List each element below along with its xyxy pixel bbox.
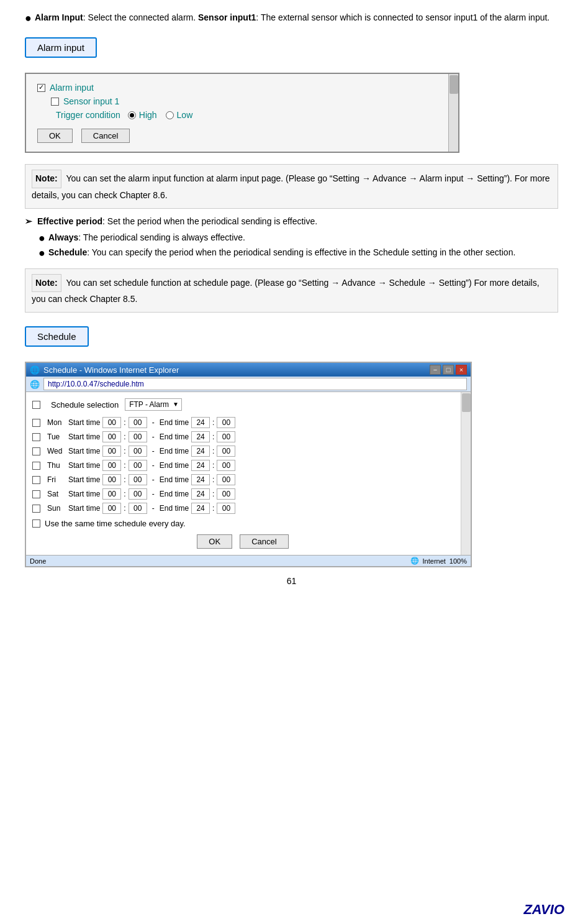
start-min-thu[interactable] (129, 460, 147, 471)
ie-schedule-window: 🌐 Schedule - Windows Internet Explorer −… (25, 362, 472, 567)
low-radio-button[interactable] (166, 111, 174, 119)
end-hour-thu[interactable] (191, 460, 210, 471)
sensor-input1-label: Sensor input1 (198, 12, 256, 22)
ie-titlebar: 🌐 Schedule - Windows Internet Explorer −… (26, 363, 471, 377)
dialog-scrollbar[interactable] (448, 74, 458, 152)
start-hour-tue[interactable] (102, 431, 121, 442)
ie-ok-button[interactable]: OK (197, 534, 232, 549)
high-radio[interactable]: High (128, 110, 157, 120)
schedule-day-row: Tue Start time : - End time : (32, 431, 453, 442)
schedule-day-rows: Mon Start time : - End time : Tue Start … (32, 417, 453, 514)
start-min-mon[interactable] (129, 417, 147, 428)
start-time-label-mon: Start time (68, 418, 100, 427)
sensor-input1-checkbox[interactable] (51, 98, 59, 106)
end-min-mon[interactable] (217, 417, 235, 428)
end-hour-fri[interactable] (191, 474, 210, 485)
day-checkbox-fri[interactable] (32, 476, 40, 484)
trigger-condition-row: Trigger condition High Low (56, 110, 436, 120)
day-label-wed: Wed (47, 447, 66, 455)
high-radio-button[interactable] (128, 111, 136, 119)
start-hour-mon[interactable] (102, 417, 121, 428)
effective-period-label: Effective period (37, 216, 102, 226)
day-checkbox-sun[interactable] (32, 505, 40, 513)
trigger-condition-label: Trigger condition (56, 110, 120, 120)
note1-text: You can set the alarm input function at … (32, 173, 550, 200)
alarm-input-checkbox[interactable] (37, 84, 45, 92)
end-time-label-tue: End time (160, 432, 189, 441)
schedule-day-row: Fri Start time : - End time : (32, 474, 453, 485)
alarm-input-text: Alarm Input: Select the connected alarm.… (35, 12, 549, 24)
ie-content: Schedule selection FTP - Alarm ▼ Mon Sta… (26, 392, 471, 555)
day-checkbox-thu[interactable] (32, 462, 40, 470)
end-hour-mon[interactable] (191, 417, 210, 428)
end-hour-tue[interactable] (191, 431, 210, 442)
day-checkbox-sat[interactable] (32, 490, 40, 498)
alarm-input-checkbox-row[interactable]: Alarm input (37, 83, 436, 93)
ie-internet-icon: 🌐 (410, 557, 419, 565)
dash-fri: - (152, 475, 155, 484)
always-label: Always (48, 232, 78, 242)
start-min-fri[interactable] (129, 474, 147, 485)
schedule-button[interactable]: Schedule (25, 326, 89, 347)
alarm-input-label: Alarm Input (35, 12, 83, 22)
ie-scrollbar[interactable] (461, 392, 471, 555)
start-time-label-tue: Start time (68, 432, 100, 441)
schedule-bullet: ● Schedule: You can specify the period w… (38, 247, 558, 258)
start-hour-wed[interactable] (102, 446, 121, 457)
start-hour-sat[interactable] (102, 488, 121, 500)
alarm-input-section: ● Alarm Input: Select the connected alar… (25, 12, 558, 24)
end-min-fri[interactable] (217, 474, 235, 485)
sensor-input1-dialog-label: Sensor input 1 (63, 96, 119, 106)
start-time-label-wed: Start time (68, 447, 100, 455)
end-min-sun[interactable] (217, 503, 235, 514)
end-hour-sun[interactable] (191, 503, 210, 514)
schedule-day-row: Sat Start time : - End time : (32, 488, 453, 500)
end-min-sat[interactable] (217, 488, 235, 500)
schedule-dropdown[interactable]: FTP - Alarm ▼ (125, 398, 182, 411)
schedule-day-row: Sun Start time : - End time : (32, 503, 453, 514)
ie-maximize-button[interactable]: □ (443, 365, 454, 375)
start-min-wed[interactable] (129, 446, 147, 457)
end-min-tue[interactable] (217, 431, 235, 442)
note1-box: Note: You can set the alarm input functi… (25, 164, 558, 209)
end-hour-wed[interactable] (191, 446, 210, 457)
end-min-thu[interactable] (217, 460, 235, 471)
day-checkbox-tue[interactable] (32, 433, 40, 441)
schedule-day-row: Mon Start time : - End time : (32, 417, 453, 428)
scroll-thumb (450, 75, 458, 94)
start-min-sat[interactable] (129, 488, 147, 500)
start-min-tue[interactable] (129, 431, 147, 442)
schedule-selection-checkbox[interactable] (32, 401, 40, 409)
end-min-wed[interactable] (217, 446, 235, 457)
start-time-label-sat: Start time (68, 490, 100, 498)
colon1-sun: : (124, 504, 125, 513)
start-hour-sun[interactable] (102, 503, 121, 514)
ie-address-input[interactable]: http://10.0.0.47/schedule.htm (43, 378, 467, 390)
alarm-ok-button[interactable]: OK (37, 129, 73, 143)
day-checkbox-wed[interactable] (32, 447, 40, 455)
ie-titlebar-left: 🌐 Schedule - Windows Internet Explorer (30, 365, 179, 375)
high-label: High (139, 110, 157, 120)
alarm-input-button[interactable]: Alarm input (25, 37, 97, 58)
ie-minimize-button[interactable]: − (430, 365, 441, 375)
end-hour-sat[interactable] (191, 488, 210, 500)
start-hour-thu[interactable] (102, 460, 121, 471)
colon2-thu: : (212, 461, 214, 470)
day-checkbox-mon[interactable] (32, 419, 40, 427)
day-label-fri: Fri (47, 475, 66, 484)
colon1-mon: : (124, 418, 125, 427)
alarm-input-bullet: ● Alarm Input: Select the connected alar… (25, 12, 558, 24)
low-label: Low (177, 110, 193, 120)
note2-text: You can set schedule function at schedul… (32, 278, 540, 304)
effective-period-text: Effective period: Set the period when th… (37, 216, 317, 226)
low-radio[interactable]: Low (166, 110, 193, 120)
ie-close-button[interactable]: × (456, 365, 467, 375)
ie-cancel-button[interactable]: Cancel (240, 534, 288, 549)
start-min-sun[interactable] (129, 503, 147, 514)
alarm-cancel-button[interactable]: Cancel (81, 129, 130, 143)
same-time-checkbox[interactable] (32, 519, 40, 528)
note1-label: Note: (32, 170, 61, 188)
sensor-input1-checkbox-row[interactable]: Sensor input 1 (51, 96, 436, 106)
start-hour-fri[interactable] (102, 474, 121, 485)
dash-tue: - (152, 432, 155, 441)
